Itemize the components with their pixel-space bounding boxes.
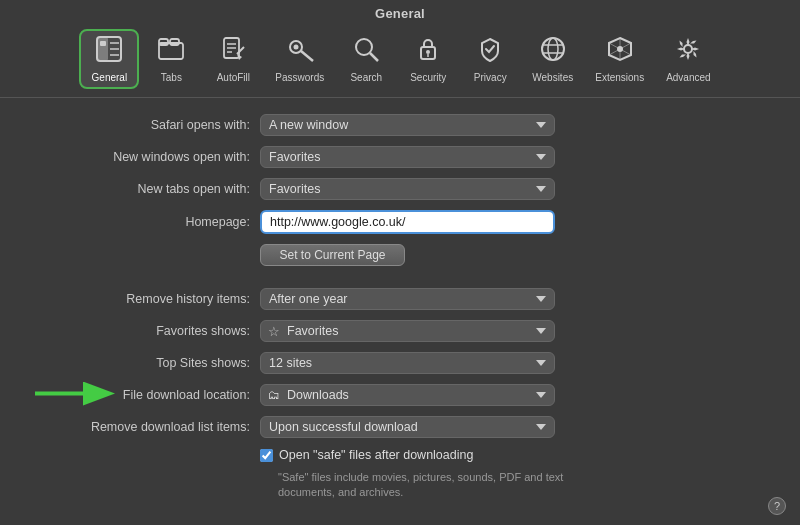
safari-opens-control: A new window A new private window All wi… <box>260 114 760 136</box>
new-tabs-select[interactable]: Favorites Homepage Empty Page <box>260 178 555 200</box>
svg-line-13 <box>237 47 244 54</box>
remove-history-label: Remove history items: <box>40 292 260 306</box>
remove-download-row: Remove download list items: Upon success… <box>40 416 760 438</box>
toolbar-item-advanced[interactable]: Advanced <box>656 29 720 89</box>
open-safe-files-checkbox[interactable] <box>260 449 273 462</box>
privacy-icon <box>476 35 504 69</box>
remove-history-row: Remove history items: After one day Afte… <box>40 288 760 310</box>
favorites-shows-row: Favorites shows: ☆ Favorites Reading Lis… <box>40 320 760 342</box>
tabs-icon <box>157 35 185 69</box>
remove-history-select[interactable]: After one day After one week After two w… <box>260 288 555 310</box>
autofill-icon <box>219 35 247 69</box>
svg-point-28 <box>684 45 692 53</box>
homepage-control <box>260 210 760 234</box>
favorites-shows-control: ☆ Favorites Reading List Bookmarks <box>260 320 760 342</box>
svg-point-21 <box>426 50 430 54</box>
top-sites-select[interactable]: 6 sites 12 sites 24 sites <box>260 352 555 374</box>
websites-label: Websites <box>532 72 573 83</box>
toolbar-item-security[interactable]: Security <box>398 29 458 89</box>
passwords-label: Passwords <box>275 72 324 83</box>
new-windows-select[interactable]: Favorites Homepage Empty Page <box>260 146 555 168</box>
svg-point-17 <box>293 45 298 50</box>
new-windows-label: New windows open with: <box>40 150 260 164</box>
svg-rect-1 <box>97 37 108 61</box>
advanced-icon <box>674 35 702 69</box>
remove-history-control: After one day After one week After two w… <box>260 288 760 310</box>
toolbar-item-privacy[interactable]: Privacy <box>460 29 520 89</box>
safari-opens-row: Safari opens with: A new window A new pr… <box>40 114 760 136</box>
tabs-label: Tabs <box>161 72 182 83</box>
svg-rect-2 <box>100 41 106 46</box>
passwords-icon <box>286 35 314 69</box>
svg-point-27 <box>617 46 623 52</box>
svg-point-23 <box>542 38 564 60</box>
toolbar-item-passwords[interactable]: Passwords <box>265 29 334 89</box>
websites-icon <box>539 35 567 69</box>
top-sites-row: Top Sites shows: 6 sites 12 sites 24 sit… <box>40 352 760 374</box>
svg-point-18 <box>356 39 372 55</box>
new-windows-control: Favorites Homepage Empty Page <box>260 146 760 168</box>
toolbar-item-tabs[interactable]: Tabs <box>141 29 201 89</box>
search-label: Search <box>350 72 382 83</box>
remove-download-label: Remove download list items: <box>40 420 260 434</box>
homepage-row: Homepage: <box>40 210 760 234</box>
toolbar: General Tabs AutoFill <box>0 25 800 98</box>
favorites-shows-select[interactable]: Favorites Reading List Bookmarks <box>260 320 555 342</box>
autofill-label: AutoFill <box>217 72 250 83</box>
settings-content: Safari opens with: A new window A new pr… <box>0 98 800 511</box>
remove-download-select[interactable]: Upon successful download When Safari qui… <box>260 416 555 438</box>
safari-opens-select[interactable]: A new window A new private window All wi… <box>260 114 555 136</box>
general-label: General <box>92 72 128 83</box>
new-tabs-control: Favorites Homepage Empty Page <box>260 178 760 200</box>
svg-rect-8 <box>170 39 179 45</box>
privacy-label: Privacy <box>474 72 507 83</box>
extensions-label: Extensions <box>595 72 644 83</box>
top-sites-label: Top Sites shows: <box>40 356 260 370</box>
open-safe-files-label[interactable]: Open "safe" files after downloading <box>260 448 473 462</box>
toolbar-item-extensions[interactable]: Extensions <box>585 29 654 89</box>
security-label: Security <box>410 72 446 83</box>
svg-line-19 <box>370 53 378 61</box>
homepage-label: Homepage: <box>40 215 260 229</box>
svg-point-24 <box>548 38 558 60</box>
green-arrow-annotation <box>35 379 120 412</box>
set-current-page-button[interactable]: Set to Current Page <box>260 244 405 266</box>
security-icon <box>414 35 442 69</box>
search-icon <box>352 35 380 69</box>
extensions-icon <box>606 35 634 69</box>
general-icon <box>95 35 123 69</box>
toolbar-item-search[interactable]: Search <box>336 29 396 89</box>
safe-files-note-row: "Safe" files include movies, pictures, s… <box>40 467 760 501</box>
file-download-control: 🗂 Downloads Desktop Ask for each downloa… <box>260 384 760 406</box>
file-download-select[interactable]: Downloads Desktop Ask for each download <box>260 384 555 406</box>
new-tabs-label: New tabs open with: <box>40 182 260 196</box>
help-button[interactable]: ? <box>768 497 786 515</box>
toolbar-item-autofill[interactable]: AutoFill <box>203 29 263 89</box>
homepage-input[interactable] <box>260 210 555 234</box>
svg-rect-7 <box>159 39 168 45</box>
top-sites-control: 6 sites 12 sites 24 sites <box>260 352 760 374</box>
new-windows-row: New windows open with: Favorites Homepag… <box>40 146 760 168</box>
new-tabs-row: New tabs open with: Favorites Homepage E… <box>40 178 760 200</box>
advanced-label: Advanced <box>666 72 710 83</box>
remove-download-control: Upon successful download When Safari qui… <box>260 416 760 438</box>
toolbar-item-general[interactable]: General <box>79 29 139 89</box>
svg-line-16 <box>301 51 313 61</box>
open-safe-files-row: Open "safe" files after downloading <box>40 448 760 462</box>
safari-opens-label: Safari opens with: <box>40 118 260 132</box>
favorites-shows-label: Favorites shows: <box>40 324 260 338</box>
file-download-row: File download location: 🗂 Downloads Desk… <box>40 384 760 406</box>
toolbar-item-websites[interactable]: Websites <box>522 29 583 89</box>
title-bar: General <box>0 0 800 25</box>
safe-files-note: "Safe" files include movies, pictures, s… <box>278 470 573 501</box>
set-button-row: Set to Current Page <box>40 244 760 266</box>
